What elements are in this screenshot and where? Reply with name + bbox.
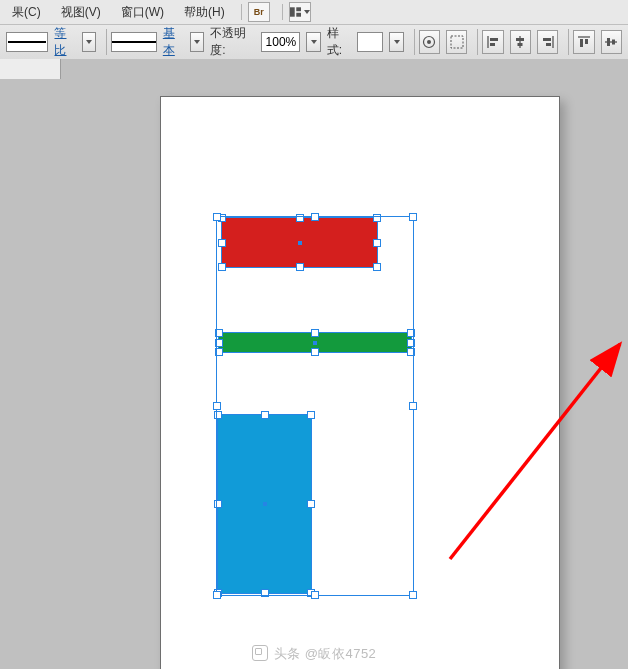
align-top-button[interactable] bbox=[573, 30, 594, 54]
stroke-weight-preview[interactable] bbox=[6, 32, 48, 52]
handle-icon[interactable] bbox=[311, 213, 319, 221]
watermark-logo-icon bbox=[252, 645, 268, 661]
menu-view[interactable]: 视图(V) bbox=[51, 1, 111, 24]
menu-separator bbox=[241, 4, 242, 20]
separator bbox=[568, 29, 569, 55]
svg-rect-19 bbox=[607, 38, 610, 46]
svg-rect-7 bbox=[490, 38, 498, 41]
artboard bbox=[160, 96, 560, 669]
style-label: 样式: bbox=[327, 25, 351, 59]
opacity-input[interactable]: 100% bbox=[261, 32, 300, 52]
stroke-profile-dropdown[interactable] bbox=[190, 32, 204, 52]
canvas-viewport[interactable] bbox=[0, 79, 628, 669]
align-vcenter-button[interactable] bbox=[601, 30, 622, 54]
svg-rect-17 bbox=[585, 39, 588, 44]
menu-separator bbox=[282, 4, 283, 20]
document-tab[interactable] bbox=[0, 59, 61, 80]
svg-rect-16 bbox=[580, 39, 583, 47]
align-left-button[interactable] bbox=[482, 30, 503, 54]
chevron-down-icon bbox=[304, 10, 310, 14]
svg-rect-11 bbox=[518, 43, 523, 46]
preferences-button[interactable] bbox=[446, 30, 467, 54]
graphic-style-dropdown[interactable] bbox=[389, 32, 403, 52]
align-right-button[interactable] bbox=[537, 30, 558, 54]
handle-icon[interactable] bbox=[409, 591, 417, 599]
handle-icon[interactable] bbox=[213, 402, 221, 410]
handle-icon[interactable] bbox=[409, 402, 417, 410]
svg-rect-14 bbox=[546, 43, 551, 46]
scale-label[interactable]: 等比 bbox=[54, 25, 75, 59]
stroke-profile-label[interactable]: 基本 bbox=[163, 25, 184, 59]
svg-point-4 bbox=[427, 40, 431, 44]
svg-rect-0 bbox=[290, 7, 295, 16]
svg-rect-2 bbox=[296, 13, 301, 17]
svg-rect-13 bbox=[543, 38, 551, 41]
handle-icon[interactable] bbox=[409, 213, 417, 221]
graphic-style-swatch[interactable] bbox=[357, 32, 384, 52]
menu-bar: 果(C) 视图(V) 窗口(W) 帮助(H) Br bbox=[0, 0, 628, 25]
opacity-label: 不透明度: bbox=[210, 25, 255, 59]
scale-dropdown[interactable] bbox=[82, 32, 96, 52]
group-selection-box[interactable] bbox=[216, 216, 414, 596]
separator bbox=[414, 29, 415, 55]
handle-icon[interactable] bbox=[213, 591, 221, 599]
stroke-profile-preview[interactable] bbox=[111, 32, 157, 52]
opacity-dropdown[interactable] bbox=[306, 32, 320, 52]
separator bbox=[106, 29, 107, 55]
watermark: 头条 @皈依4752 bbox=[0, 645, 628, 663]
menu-effects[interactable]: 果(C) bbox=[2, 1, 51, 24]
menu-help[interactable]: 帮助(H) bbox=[174, 1, 235, 24]
handle-icon[interactable] bbox=[213, 213, 221, 221]
arrange-documents-button[interactable] bbox=[289, 2, 311, 22]
svg-rect-10 bbox=[516, 38, 524, 41]
svg-rect-1 bbox=[296, 7, 301, 11]
align-hcenter-button[interactable] bbox=[510, 30, 531, 54]
svg-rect-20 bbox=[612, 40, 615, 45]
bridge-button[interactable]: Br bbox=[248, 2, 270, 22]
workspace-area bbox=[0, 59, 628, 669]
options-bar: 等比 基本 不透明度: 100% 样式: bbox=[0, 25, 628, 60]
menu-window[interactable]: 窗口(W) bbox=[111, 1, 174, 24]
watermark-text: 头条 @皈依4752 bbox=[274, 646, 377, 661]
separator bbox=[477, 29, 478, 55]
svg-rect-5 bbox=[451, 36, 463, 48]
handle-icon[interactable] bbox=[311, 591, 319, 599]
svg-rect-8 bbox=[490, 43, 495, 46]
document-setup-button[interactable] bbox=[419, 30, 440, 54]
